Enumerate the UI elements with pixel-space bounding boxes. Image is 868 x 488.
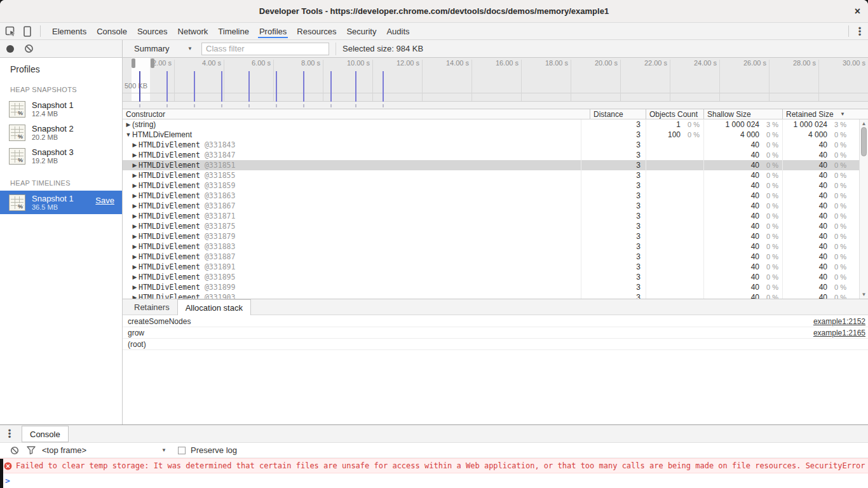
distance-cell: 3 — [581, 170, 646, 180]
record-heap-icon[interactable] — [6, 45, 14, 53]
collapsed-icon[interactable]: ▶ — [132, 284, 138, 290]
tab-console[interactable]: Console — [92, 23, 132, 39]
collapsed-icon[interactable]: ▶ — [132, 193, 138, 199]
overview-mark — [248, 104, 250, 107]
heap-grid-row[interactable]: ▶HTMLDivElement@3318753400 %400 % — [123, 221, 859, 231]
sidebar-item-snapshot-1[interactable]: %Snapshot 112.4 MB — [0, 97, 122, 121]
collapsed-icon[interactable]: ▶ — [132, 243, 138, 250]
stack-frame-row[interactable]: (root) — [123, 339, 868, 350]
heap-grid-row[interactable]: ▶HTMLDivElement@3318593400 %400 % — [123, 180, 859, 191]
column-header-distance[interactable]: Distance — [590, 109, 646, 119]
heap-grid-row[interactable]: ▶HTMLDivElement@3318793400 %400 % — [123, 231, 859, 241]
column-header-constructor[interactable]: Constructor — [123, 109, 590, 119]
source-link[interactable]: example1:2152 — [813, 317, 865, 326]
heap-grid-row[interactable]: ▼HTMLDivElement31000 %4 0000 %4 0000 % — [123, 130, 859, 140]
tab-allocation-stack[interactable]: Allocation stack — [177, 299, 251, 315]
constructor-cell: ▶HTMLDivElement@331843 — [123, 140, 581, 150]
stack-frame-row[interactable]: growexample1:2165 — [123, 327, 868, 339]
collapsed-icon[interactable]: ▶ — [132, 223, 138, 229]
function-name: grow — [128, 329, 144, 337]
heap-grid-row[interactable]: ▶(string)310 %1 000 0243 %1 000 0243 % — [123, 119, 859, 130]
collapsed-icon[interactable]: ▶ — [132, 254, 138, 260]
error-message: Failed to clear temp storage: It was det… — [16, 461, 865, 470]
drawer-menu-icon[interactable]: ••• — [0, 425, 19, 442]
clear-icon[interactable] — [24, 44, 34, 53]
timeline-tick — [273, 60, 274, 101]
execution-context-select[interactable]: <top frame> ▼ — [42, 445, 166, 455]
collapsed-icon[interactable]: ▶ — [132, 162, 138, 168]
expanded-icon[interactable]: ▼ — [125, 132, 132, 138]
heap-grid-row[interactable]: ▶HTMLDivElement@3318873400 %400 % — [123, 252, 859, 262]
perspective-select[interactable]: Summary ▼ — [134, 44, 193, 53]
scroll-up-icon[interactable]: ▲ — [860, 121, 868, 126]
source-link[interactable]: example1:2165 — [813, 329, 865, 337]
sidebar-item-snapshot-3[interactable]: %Snapshot 319.2 MB — [0, 144, 122, 168]
retained-size-cell: 400 % — [782, 241, 850, 252]
heap-grid-row[interactable]: ▶HTMLDivElement@3318553400 %400 % — [123, 170, 859, 180]
collapsed-icon[interactable]: ▶ — [132, 294, 138, 299]
heap-grid-row[interactable]: ▶HTMLDivElement@3319033400 %400 % — [123, 292, 859, 299]
heap-grid-row[interactable]: ▶HTMLDivElement@3318673400 %400 % — [123, 201, 859, 211]
tab-audits[interactable]: Audits — [381, 23, 414, 39]
heap-grid-row[interactable]: ▶HTMLDivElement@3318473400 %400 % — [123, 150, 859, 160]
stack-frame-row[interactable]: createSomeNodesexample1:2152 — [123, 316, 868, 327]
tab-security[interactable]: Security — [341, 23, 381, 39]
distance-cell: 3 — [581, 211, 646, 221]
snapshot-name: Snapshot 3 — [32, 147, 74, 157]
tab-timeline[interactable]: Timeline — [213, 23, 254, 39]
collapsed-icon[interactable]: ▶ — [132, 142, 138, 148]
heap-grid-row[interactable]: ▶HTMLDivElement@3318913400 %400 % — [123, 262, 859, 272]
collapsed-icon[interactable]: ▶ — [132, 264, 138, 270]
constructor-cell: ▶HTMLDivElement@331871 — [123, 211, 581, 221]
collapsed-icon[interactable]: ▶ — [132, 233, 138, 240]
overview-mark — [166, 104, 168, 107]
object-name: HTMLDivElement — [139, 140, 200, 149]
object-id: @331871 — [205, 212, 235, 220]
tab-profiles[interactable]: Profiles — [254, 23, 292, 39]
heap-grid-row[interactable]: ▶HTMLDivElement@3318633400 %400 % — [123, 191, 859, 201]
tab-elements[interactable]: Elements — [47, 23, 92, 39]
close-icon[interactable]: × — [855, 5, 860, 18]
column-header-shallow-size[interactable]: Shallow Size — [703, 109, 782, 119]
column-header-objects-count[interactable]: Objects Count — [646, 109, 703, 119]
scroll-down-icon[interactable]: ▼ — [860, 292, 868, 297]
retained-size-cell: 400 % — [782, 150, 850, 160]
heap-grid-row[interactable]: ▶HTMLDivElement@3318953400 %400 % — [123, 272, 859, 282]
collapsed-icon[interactable]: ▶ — [132, 213, 138, 219]
grid-scrollbar[interactable]: ▲ ▼ — [859, 119, 868, 299]
preserve-log-checkbox[interactable] — [178, 447, 186, 454]
scrollbar-thumb[interactable] — [861, 127, 867, 156]
column-header-retained-size[interactable]: Retained Size▼ — [782, 109, 859, 119]
shallow-size-cell: 400 % — [703, 262, 782, 272]
clear-console-icon[interactable] — [6, 446, 23, 455]
sidebar-item-snapshot-2[interactable]: %Snapshot 220.2 MB — [0, 121, 122, 144]
tab-retainers[interactable]: Retainers — [126, 299, 177, 315]
distance-cell: 3 — [581, 150, 646, 160]
collapsed-icon[interactable]: ▶ — [132, 172, 138, 179]
class-filter-input[interactable] — [201, 43, 329, 55]
heap-grid-row[interactable]: ▶HTMLDivElement@3318433400 %400 % — [123, 140, 859, 150]
collapsed-icon[interactable]: ▶ — [132, 152, 138, 158]
console-prompt[interactable]: > — [0, 473, 868, 487]
device-toolbar-icon[interactable] — [24, 26, 31, 37]
sidebar-item-snapshot-1[interactable]: %Snapshot 136.5 MBSave — [0, 191, 122, 214]
heap-timeline-overview[interactable]: 500 KB 2.00 s4.00 s6.00 s8.00 s10.00 s12… — [123, 58, 868, 109]
tab-console[interactable]: Console — [22, 426, 69, 442]
filter-icon[interactable] — [23, 446, 39, 454]
collapsed-icon[interactable]: ▶ — [132, 182, 138, 189]
collapsed-icon[interactable]: ▶ — [132, 274, 138, 280]
collapsed-icon[interactable]: ▶ — [125, 121, 132, 128]
heap-grid-row[interactable]: ▶HTMLDivElement@3318513400 %400 % — [123, 160, 859, 170]
tab-sources[interactable]: Sources — [132, 23, 173, 39]
more-options-icon[interactable]: ••• — [855, 27, 864, 36]
collapsed-icon[interactable]: ▶ — [132, 203, 138, 209]
inspect-element-icon[interactable] — [5, 26, 16, 37]
heap-grid-row[interactable]: ▶HTMLDivElement@3318713400 %400 % — [123, 211, 859, 221]
heap-grid-row[interactable]: ▶HTMLDivElement@3318993400 %400 % — [123, 282, 859, 292]
heap-grid-row[interactable]: ▶HTMLDivElement@3318833400 %400 % — [123, 241, 859, 252]
save-link[interactable]: Save — [95, 196, 114, 205]
selection-right-handle[interactable] — [151, 58, 154, 68]
tab-resources[interactable]: Resources — [292, 23, 341, 39]
tab-network[interactable]: Network — [173, 23, 214, 39]
selection-left-handle[interactable] — [132, 58, 135, 68]
